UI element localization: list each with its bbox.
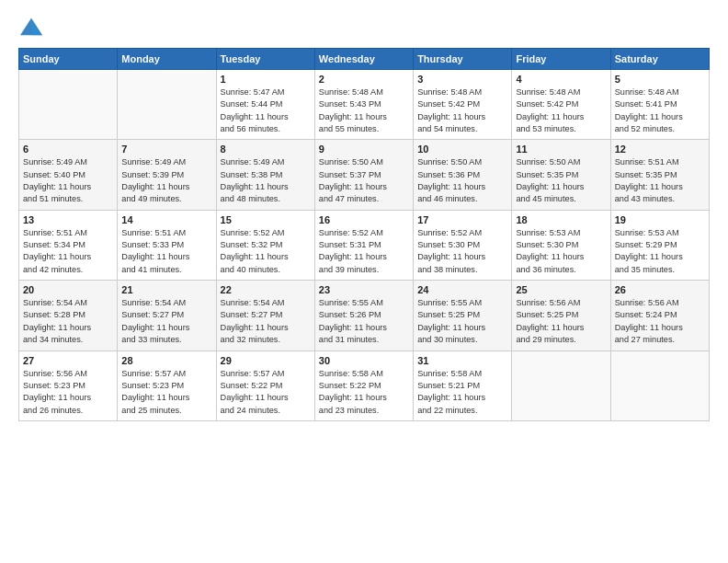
- day-info: Sunrise: 5:48 AM Sunset: 5:43 PM Dayligh…: [319, 86, 409, 135]
- logo: [18, 17, 48, 39]
- column-header-thursday: Thursday: [414, 49, 512, 70]
- header-row: SundayMondayTuesdayWednesdayThursdayFrid…: [19, 49, 710, 70]
- day-number: 10: [417, 144, 507, 155]
- day-info: Sunrise: 5:51 AM Sunset: 5:35 PM Dayligh…: [615, 156, 705, 205]
- day-cell: [118, 70, 216, 140]
- day-number: 28: [121, 355, 211, 366]
- day-cell: 29Sunrise: 5:57 AM Sunset: 5:22 PM Dayli…: [216, 350, 314, 420]
- day-cell: 28Sunrise: 5:57 AM Sunset: 5:23 PM Dayli…: [118, 350, 216, 420]
- day-number: 26: [615, 284, 705, 295]
- day-cell: [19, 70, 118, 140]
- day-cell: 18Sunrise: 5:53 AM Sunset: 5:30 PM Dayli…: [512, 210, 610, 280]
- day-info: Sunrise: 5:55 AM Sunset: 5:26 PM Dayligh…: [319, 297, 409, 346]
- column-header-saturday: Saturday: [610, 49, 709, 70]
- day-number: 11: [516, 144, 606, 155]
- day-cell: 12Sunrise: 5:51 AM Sunset: 5:35 PM Dayli…: [610, 140, 709, 210]
- day-cell: 30Sunrise: 5:58 AM Sunset: 5:22 PM Dayli…: [314, 350, 413, 420]
- day-cell: 9Sunrise: 5:50 AM Sunset: 5:37 PM Daylig…: [314, 140, 413, 210]
- day-info: Sunrise: 5:57 AM Sunset: 5:22 PM Dayligh…: [221, 368, 311, 417]
- day-number: 7: [121, 144, 211, 155]
- column-header-friday: Friday: [512, 49, 610, 70]
- day-cell: 17Sunrise: 5:52 AM Sunset: 5:30 PM Dayli…: [414, 210, 512, 280]
- day-number: 4: [516, 74, 606, 85]
- day-number: 8: [221, 144, 311, 155]
- day-cell: 4Sunrise: 5:48 AM Sunset: 5:42 PM Daylig…: [512, 70, 610, 140]
- day-info: Sunrise: 5:49 AM Sunset: 5:40 PM Dayligh…: [23, 156, 113, 205]
- day-number: 21: [121, 284, 211, 295]
- day-cell: 5Sunrise: 5:48 AM Sunset: 5:41 PM Daylig…: [610, 70, 709, 140]
- day-info: Sunrise: 5:53 AM Sunset: 5:29 PM Dayligh…: [615, 227, 705, 276]
- day-cell: 11Sunrise: 5:50 AM Sunset: 5:35 PM Dayli…: [512, 140, 610, 210]
- day-cell: 6Sunrise: 5:49 AM Sunset: 5:40 PM Daylig…: [19, 140, 118, 210]
- logo-icon: [18, 17, 44, 39]
- column-header-tuesday: Tuesday: [216, 49, 314, 70]
- day-number: 27: [23, 355, 113, 366]
- week-row-1: 1Sunrise: 5:47 AM Sunset: 5:44 PM Daylig…: [19, 70, 710, 140]
- day-number: 9: [319, 144, 409, 155]
- day-cell: 15Sunrise: 5:52 AM Sunset: 5:32 PM Dayli…: [216, 210, 314, 280]
- day-info: Sunrise: 5:53 AM Sunset: 5:30 PM Dayligh…: [516, 227, 606, 276]
- calendar-header: SundayMondayTuesdayWednesdayThursdayFrid…: [19, 49, 710, 70]
- day-info: Sunrise: 5:52 AM Sunset: 5:30 PM Dayligh…: [417, 227, 507, 276]
- week-row-5: 27Sunrise: 5:56 AM Sunset: 5:23 PM Dayli…: [19, 350, 710, 420]
- day-cell: 3Sunrise: 5:48 AM Sunset: 5:42 PM Daylig…: [414, 70, 512, 140]
- day-info: Sunrise: 5:58 AM Sunset: 5:22 PM Dayligh…: [319, 368, 409, 417]
- day-number: 16: [319, 214, 409, 225]
- day-cell: [512, 350, 610, 420]
- day-info: Sunrise: 5:54 AM Sunset: 5:27 PM Dayligh…: [221, 297, 311, 346]
- day-info: Sunrise: 5:56 AM Sunset: 5:23 PM Dayligh…: [23, 368, 113, 417]
- day-cell: 7Sunrise: 5:49 AM Sunset: 5:39 PM Daylig…: [118, 140, 216, 210]
- day-info: Sunrise: 5:56 AM Sunset: 5:24 PM Dayligh…: [615, 297, 705, 346]
- day-number: 15: [221, 214, 311, 225]
- day-info: Sunrise: 5:48 AM Sunset: 5:41 PM Dayligh…: [615, 86, 705, 135]
- day-cell: 16Sunrise: 5:52 AM Sunset: 5:31 PM Dayli…: [314, 210, 413, 280]
- day-cell: 1Sunrise: 5:47 AM Sunset: 5:44 PM Daylig…: [216, 70, 314, 140]
- day-info: Sunrise: 5:50 AM Sunset: 5:36 PM Dayligh…: [417, 156, 507, 205]
- day-number: 23: [319, 284, 409, 295]
- week-row-3: 13Sunrise: 5:51 AM Sunset: 5:34 PM Dayli…: [19, 210, 710, 280]
- day-info: Sunrise: 5:49 AM Sunset: 5:38 PM Dayligh…: [221, 156, 311, 205]
- calendar-table: SundayMondayTuesdayWednesdayThursdayFrid…: [18, 48, 710, 421]
- day-number: 2: [319, 74, 409, 85]
- day-number: 13: [23, 214, 113, 225]
- day-number: 17: [417, 214, 507, 225]
- day-number: 29: [221, 355, 311, 366]
- day-cell: 25Sunrise: 5:56 AM Sunset: 5:25 PM Dayli…: [512, 281, 610, 350]
- day-info: Sunrise: 5:54 AM Sunset: 5:27 PM Dayligh…: [121, 297, 211, 346]
- day-cell: 22Sunrise: 5:54 AM Sunset: 5:27 PM Dayli…: [216, 281, 314, 350]
- day-info: Sunrise: 5:48 AM Sunset: 5:42 PM Dayligh…: [516, 86, 606, 135]
- day-number: 25: [516, 284, 606, 295]
- day-cell: 20Sunrise: 5:54 AM Sunset: 5:28 PM Dayli…: [19, 281, 118, 350]
- day-number: 3: [417, 74, 507, 85]
- day-number: 24: [417, 284, 507, 295]
- day-cell: 10Sunrise: 5:50 AM Sunset: 5:36 PM Dayli…: [414, 140, 512, 210]
- day-number: 5: [615, 74, 705, 85]
- column-header-monday: Monday: [118, 49, 216, 70]
- day-number: 22: [221, 284, 311, 295]
- day-info: Sunrise: 5:48 AM Sunset: 5:42 PM Dayligh…: [417, 86, 507, 135]
- day-cell: 27Sunrise: 5:56 AM Sunset: 5:23 PM Dayli…: [19, 350, 118, 420]
- day-cell: 13Sunrise: 5:51 AM Sunset: 5:34 PM Dayli…: [19, 210, 118, 280]
- day-info: Sunrise: 5:50 AM Sunset: 5:35 PM Dayligh…: [516, 156, 606, 205]
- day-info: Sunrise: 5:47 AM Sunset: 5:44 PM Dayligh…: [221, 86, 311, 135]
- day-cell: [610, 350, 709, 420]
- page: SundayMondayTuesdayWednesdayThursdayFrid…: [0, 0, 728, 563]
- week-row-4: 20Sunrise: 5:54 AM Sunset: 5:28 PM Dayli…: [19, 281, 710, 350]
- day-info: Sunrise: 5:57 AM Sunset: 5:23 PM Dayligh…: [121, 368, 211, 417]
- day-number: 18: [516, 214, 606, 225]
- day-cell: 21Sunrise: 5:54 AM Sunset: 5:27 PM Dayli…: [118, 281, 216, 350]
- day-info: Sunrise: 5:56 AM Sunset: 5:25 PM Dayligh…: [516, 297, 606, 346]
- day-number: 20: [23, 284, 113, 295]
- day-cell: 14Sunrise: 5:51 AM Sunset: 5:33 PM Dayli…: [118, 210, 216, 280]
- day-cell: 31Sunrise: 5:58 AM Sunset: 5:21 PM Dayli…: [414, 350, 512, 420]
- day-info: Sunrise: 5:52 AM Sunset: 5:31 PM Dayligh…: [319, 227, 409, 276]
- header: [18, 17, 710, 39]
- day-cell: 8Sunrise: 5:49 AM Sunset: 5:38 PM Daylig…: [216, 140, 314, 210]
- day-cell: 26Sunrise: 5:56 AM Sunset: 5:24 PM Dayli…: [610, 281, 709, 350]
- day-number: 1: [221, 74, 311, 85]
- day-cell: 19Sunrise: 5:53 AM Sunset: 5:29 PM Dayli…: [610, 210, 709, 280]
- day-number: 6: [23, 144, 113, 155]
- day-number: 12: [615, 144, 705, 155]
- day-number: 14: [121, 214, 211, 225]
- day-info: Sunrise: 5:50 AM Sunset: 5:37 PM Dayligh…: [319, 156, 409, 205]
